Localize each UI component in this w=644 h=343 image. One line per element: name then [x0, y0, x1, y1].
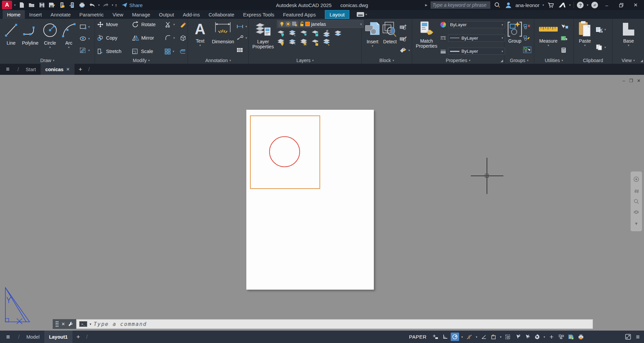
- text-button[interactable]: A Text ▾: [190, 20, 210, 57]
- panel-label-utilities[interactable]: Utilities▾: [534, 57, 574, 64]
- mirror-button[interactable]: Mirror: [132, 34, 161, 42]
- paste-button[interactable]: Paste ▾: [576, 20, 594, 57]
- layer-walk-icon[interactable]: [323, 39, 331, 46]
- navigation-bar[interactable]: ▾: [631, 172, 642, 231]
- panel-label-draw[interactable]: Draw▾: [0, 57, 95, 64]
- ellipse-tool-icon[interactable]: [79, 36, 87, 42]
- detect-button[interactable]: Detect: [381, 20, 399, 57]
- rotate-button[interactable]: Rotate: [132, 20, 161, 29]
- edit-block-icon[interactable]: [399, 36, 407, 42]
- layer-on-bulb-icon[interactable]: [280, 21, 284, 27]
- dynamic-input-icon[interactable]: [523, 333, 532, 341]
- thaw-all-layers-icon[interactable]: [300, 39, 308, 46]
- navbar-more-caret-icon[interactable]: ▾: [635, 220, 638, 227]
- share-button[interactable]: Share: [121, 2, 143, 8]
- save-icon[interactable]: [38, 1, 46, 9]
- base-button[interactable]: Base ▾: [619, 20, 638, 57]
- assistant-icon[interactable]: [591, 2, 598, 8]
- cut-icon[interactable]: [595, 27, 603, 33]
- select-similar-icon[interactable]: [560, 36, 568, 41]
- paste-caret-icon[interactable]: ▾: [584, 44, 586, 47]
- snap-mode-icon[interactable]: [431, 333, 440, 341]
- panel-label-modify[interactable]: Modify▾: [95, 57, 188, 64]
- ribbon-tab-parametric[interactable]: Parametric: [75, 10, 108, 19]
- file-tabs-menu-icon[interactable]: ≡: [0, 64, 15, 75]
- save-to-mobile-icon[interactable]: [68, 1, 76, 9]
- application-menu-button[interactable]: A: [2, 1, 12, 9]
- ribbon-tab-view[interactable]: View: [108, 10, 128, 19]
- new-file-icon[interactable]: [18, 1, 26, 9]
- layer-color-swatch[interactable]: [305, 22, 310, 26]
- object-color-dropdown[interactable]: ByLayer▾: [448, 21, 505, 28]
- quick-select-icon[interactable]: [560, 24, 568, 30]
- command-close-icon[interactable]: ✕: [61, 322, 65, 327]
- table-icon[interactable]: [236, 47, 244, 53]
- line-button[interactable]: Line: [2, 20, 20, 57]
- help-caret-icon[interactable]: ▾: [587, 3, 588, 7]
- plot-status-icon[interactable]: [577, 333, 585, 341]
- ribbon-tab-insert[interactable]: Insert: [25, 10, 46, 19]
- customization-menu-icon[interactable]: ≡: [634, 333, 642, 341]
- drawing-minimize-icon[interactable]: –: [623, 78, 625, 83]
- linetype-icon[interactable]: [440, 36, 446, 40]
- full-navigation-wheel-icon[interactable]: [633, 176, 639, 182]
- hatch-caret-icon[interactable]: ▾: [88, 49, 90, 52]
- restore-button[interactable]: [615, 0, 627, 10]
- settings-gear-icon[interactable]: [533, 333, 541, 341]
- quick-calculator-icon[interactable]: [560, 47, 567, 53]
- offset-icon[interactable]: [179, 49, 186, 54]
- tracking-cursor-icon[interactable]: [513, 333, 522, 341]
- explode-icon[interactable]: [180, 35, 186, 41]
- arc-caret-icon[interactable]: ▾: [68, 46, 70, 49]
- text-caret-icon[interactable]: ▾: [199, 44, 201, 47]
- undo-icon[interactable]: [88, 1, 96, 9]
- qat-customize-icon[interactable]: ▾̲: [115, 3, 117, 7]
- leader-caret-icon[interactable]: ▾: [245, 36, 247, 40]
- pan-hand-icon[interactable]: [634, 188, 639, 193]
- move-button[interactable]: Move: [97, 20, 129, 29]
- ungroup-icon[interactable]: [523, 24, 531, 29]
- minimize-button[interactable]: –: [601, 0, 612, 10]
- viewport-freeze-icon[interactable]: [292, 21, 297, 27]
- redo-icon[interactable]: [102, 1, 110, 9]
- erase-icon[interactable]: [180, 21, 186, 28]
- ribbon-tab-manage[interactable]: Manage: [128, 10, 154, 19]
- plot-icon[interactable]: [78, 1, 86, 9]
- search-input[interactable]: Type a keyword or phrase: [431, 1, 490, 9]
- space-mode-label[interactable]: PAPER: [409, 334, 427, 340]
- panel-label-annotation[interactable]: Annotation▾: [188, 57, 248, 64]
- layer-dropdown[interactable]: janelas ▾: [277, 20, 363, 28]
- orbit-icon[interactable]: [634, 209, 639, 215]
- linear-dim-caret-icon[interactable]: ▾: [245, 25, 247, 28]
- edit-group-icon[interactable]: [523, 35, 531, 41]
- drawing-close-icon[interactable]: ✕: [637, 78, 641, 83]
- view-dialog-launcher-icon[interactable]: ◢: [640, 59, 643, 62]
- layer-thaw-sun-icon[interactable]: [286, 21, 291, 27]
- unisolate-layers-icon[interactable]: [288, 39, 297, 46]
- circle-caret-icon[interactable]: ▾: [49, 46, 51, 49]
- rectangle-caret-icon[interactable]: ▾: [88, 25, 90, 29]
- user-avatar-icon[interactable]: [504, 1, 512, 9]
- undo-caret-icon[interactable]: ▾: [98, 3, 100, 7]
- lineweight-dropdown[interactable]: ByLayer▾: [448, 48, 505, 55]
- copy-clip-caret-icon[interactable]: ▾: [604, 46, 606, 49]
- annotation-monitor-icon[interactable]: +: [547, 333, 556, 341]
- panel-label-groups[interactable]: Groups▾: [504, 57, 534, 64]
- ribbon-display-caret-icon[interactable]: ▾: [365, 13, 367, 16]
- linetype-dropdown[interactable]: ByLayer▾: [448, 35, 505, 42]
- polar-caret-icon[interactable]: ▾: [460, 335, 464, 339]
- layer-properties-button[interactable]: Layer Properties: [251, 20, 276, 57]
- stretch-button[interactable]: Stretch: [97, 47, 129, 55]
- arc-button[interactable]: Arc ▾: [60, 20, 78, 57]
- panel-label-properties[interactable]: Properties▾: [412, 57, 504, 64]
- annotation-scale-icon[interactable]: [557, 333, 565, 341]
- properties-dialog-launcher-icon[interactable]: ◢: [500, 59, 503, 62]
- file-tab-start[interactable]: Start: [21, 64, 41, 75]
- new-drawing-tab-button[interactable]: +: [75, 64, 86, 75]
- measure-caret-icon[interactable]: ▾: [548, 44, 549, 47]
- model-tab[interactable]: Model: [21, 331, 44, 343]
- recent-commands-caret-icon[interactable]: ▾: [90, 322, 91, 326]
- polyline-button[interactable]: Polyline: [20, 20, 40, 57]
- ortho-mode-icon[interactable]: [441, 333, 449, 341]
- copy-clip-icon[interactable]: [595, 44, 603, 50]
